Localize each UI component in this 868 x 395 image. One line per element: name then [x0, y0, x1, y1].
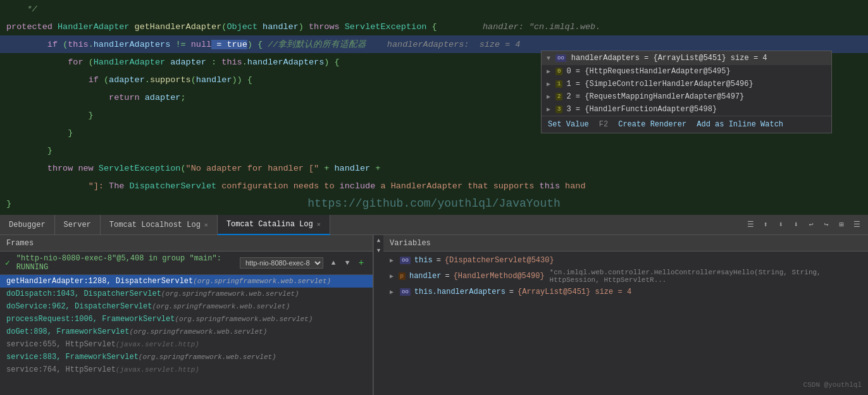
code-line: throw new ServletException ( "No adapter… [0, 159, 868, 177]
code-line: protected HandlerAdapter getHandlerAdapt… [0, 18, 868, 35]
code-selected: = true [211, 40, 247, 49]
frame-method: doDispatch:1043, DispatcherServlet [6, 289, 161, 298]
expand-icon[interactable]: ▶ [547, 93, 550, 100]
code-text: ) { [324, 58, 339, 67]
step-out-btn[interactable]: ↪ [820, 219, 833, 231]
tab-close-icon[interactable]: ✕ [204, 221, 208, 229]
code-comment: */ [6, 4, 37, 14]
code-keyword: throws [309, 22, 345, 32]
pause-btn[interactable]: ⬇ [774, 219, 787, 231]
tab-server-label: Server [64, 221, 91, 229]
var-name: this [414, 256, 433, 265]
csdn-watermark: CSDN @youthlql [803, 381, 862, 389]
expand-icon[interactable]: ▶ [547, 106, 550, 113]
code-param: handlerAdapters [94, 40, 171, 49]
frame-method: getHandlerAdapter:1288, DispatcherServle… [6, 277, 193, 286]
code-comment: handlerAdapters: size = 4 [366, 40, 520, 49]
add-inline-watch-action[interactable]: Add as Inline Watch [697, 120, 783, 129]
code-keyword: throw [47, 164, 78, 173]
table-btn[interactable]: ⊞ [835, 219, 848, 231]
code-param: handler [335, 164, 371, 173]
tooltip-row-1[interactable]: ▶ 1 1 = {SimpleControllerHandlerAdapter@… [542, 78, 831, 90]
frame-item[interactable]: getHandlerAdapter:1288, DispatcherServle… [0, 275, 373, 288]
frame-pkg: (org.springframework.web.servlet) [152, 303, 290, 310]
var-extra: *cn.imlql.web.controller.HelloController… [550, 269, 862, 284]
code-text: } [6, 111, 94, 120]
frame-item[interactable]: doDispatch:1043, DispatcherServlet (org.… [0, 288, 373, 300]
code-param: adapter [165, 58, 206, 67]
expand-icon[interactable]: ▼ [547, 55, 550, 62]
code-keyword: this [68, 40, 88, 49]
down-btn[interactable]: ▼ [341, 257, 354, 269]
var-type-icon: oo [555, 54, 566, 62]
filter-icon-btn[interactable]: ☰ [744, 219, 757, 231]
code-line: */ [0, 0, 868, 18]
scroll-up-btn[interactable]: ▲ [375, 236, 383, 245]
scroll-area: ▲ ▼ [373, 235, 383, 395]
code-keyword: null [191, 40, 211, 49]
tooltip-row-2[interactable]: ▶ 2 2 = {RequestMappingHandlerAdapter@54… [542, 90, 831, 103]
tooltip-row-label: 2 = {RequestMappingHandlerAdapter@5497} [566, 92, 744, 101]
row-index-icon: 1 [555, 80, 562, 88]
thread-selector: ✓ "http-nio-8080-exec-8"@5,408 in group … [0, 252, 373, 275]
tooltip-row-label: 3 = {HandlerFunctionAdapter@5498} [566, 105, 717, 114]
code-text: ( [191, 75, 196, 85]
debugger-tooltip[interactable]: ▼ oo handlerAdapters = {ArrayList@5451} … [541, 51, 832, 133]
expand-icon[interactable]: ▶ [547, 80, 550, 88]
expand-icon[interactable]: ▶ [390, 257, 397, 264]
code-type: HandlerAdapter [94, 58, 165, 67]
tab-close-icon[interactable]: ✕ [317, 221, 321, 228]
frame-list: getHandlerAdapter:1288, DispatcherServle… [0, 275, 373, 395]
expand-icon[interactable]: ▶ [390, 288, 397, 296]
set-value-key: F2 [599, 120, 608, 129]
menu-btn[interactable]: ☰ [850, 219, 863, 231]
scroll-down-btn[interactable]: ▼ [375, 246, 383, 255]
variables-panel: Variables ▶ oo this = {DispatcherServlet… [383, 235, 868, 395]
expand-icon[interactable]: ▶ [547, 68, 550, 75]
code-text: ( [180, 164, 185, 173]
code-string: a HandlerAdapter that supports [375, 181, 539, 191]
tab-server[interactable]: Server [55, 215, 101, 235]
code-text: ( [63, 40, 68, 49]
frame-item[interactable]: processRequest:1006, FrameworkServlet (o… [0, 313, 373, 325]
expand-icon[interactable]: ▶ [390, 272, 396, 280]
code-text: + [319, 164, 334, 173]
tab-debugger[interactable]: Debugger [0, 215, 55, 235]
frame-item[interactable]: doGet:898, FrameworkServlet (org.springf… [0, 325, 373, 338]
tooltip-actions: Set Value F2 Create Renderer Add as Inli… [542, 116, 831, 133]
thread-check-icon: ✓ [5, 258, 10, 268]
create-renderer-action[interactable]: Create Renderer [618, 120, 686, 129]
variables-header: Variables [383, 235, 868, 252]
var-type-icon: oo [400, 288, 411, 296]
frame-item[interactable]: service:883, FrameworkServlet (org.sprin… [0, 351, 373, 363]
tab-tomcat-localhost[interactable]: Tomcat Localhost Log ✕ [101, 215, 218, 235]
tooltip-row-3[interactable]: ▶ 3 3 = {HandlerFunctionAdapter@5498} [542, 103, 831, 116]
frame-item[interactable]: service:764, HttpServlet (javax.servlet.… [0, 363, 373, 376]
tooltip-row-label: 1 = {SimpleControllerHandlerAdapter@5496… [566, 80, 753, 88]
step-over-btn[interactable]: ⬇ [790, 219, 802, 231]
code-line: } [0, 142, 868, 159]
step-into-btn[interactable]: ↩ [805, 219, 817, 231]
resume-btn[interactable]: ⬆ [759, 219, 772, 231]
add-frame-btn[interactable]: + [355, 257, 368, 269]
var-row-adapters[interactable]: ▶ oo this.handlerAdapters = {ArrayList@5… [383, 286, 868, 298]
code-keyword: if [47, 40, 63, 49]
up-btn[interactable]: ▲ [327, 257, 340, 269]
var-row-handler[interactable]: ▶ p handler = {HandlerMethod@5490} *cn.i… [383, 267, 868, 286]
code-keyword: if [89, 75, 104, 85]
code-text [6, 181, 89, 191]
tab-tomcat-catalina[interactable]: Tomcat Catalina Log ✕ [218, 215, 330, 235]
set-value-action[interactable]: Set Value [548, 120, 589, 129]
row-index-icon: 2 [555, 93, 562, 100]
var-row-this[interactable]: ▶ oo this = {DispatcherServlet@5430} [383, 254, 868, 267]
frame-item[interactable]: doService:962, DispatcherServlet (org.sp… [0, 300, 373, 313]
code-text [6, 164, 47, 173]
var-val: {HandlerMethod@5490} [454, 272, 545, 281]
code-type: HandlerAdapter [58, 22, 135, 32]
tooltip-row-0[interactable]: ▶ 0 0 = {HttpRequestHandlerAdapter@5495} [542, 65, 831, 78]
thread-dropdown[interactable]: http-nio-8080-exec-8 [240, 257, 323, 269]
code-string: "]: [89, 181, 109, 191]
code-text: + [370, 164, 380, 173]
frame-item[interactable]: service:655, HttpServlet (javax.servlet.… [0, 338, 373, 351]
frame-method: service:655, HttpServlet [6, 340, 116, 349]
